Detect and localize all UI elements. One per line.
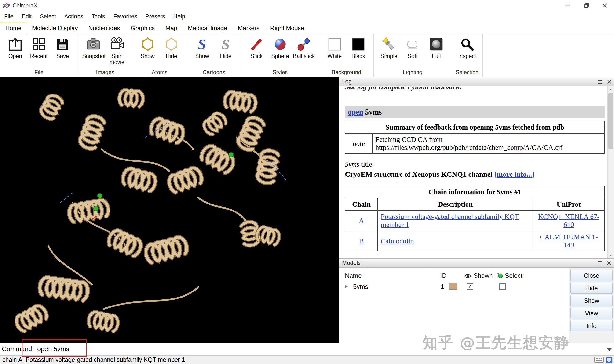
- white-background-button[interactable]: White: [323, 35, 346, 59]
- command-label: Command:: [2, 345, 34, 353]
- menu-edit[interactable]: Edit: [18, 13, 36, 20]
- tab-right-mouse[interactable]: Right Mouse: [265, 22, 309, 34]
- shown-checkbox[interactable]: [467, 283, 473, 289]
- chain-a-description-link[interactable]: Potassium voltage-gated channel subfamil…: [381, 213, 519, 228]
- show-model-button[interactable]: Show: [571, 295, 613, 306]
- command-history-chevron-icon[interactable]: [607, 348, 612, 351]
- menu-tools[interactable]: Tools: [88, 13, 109, 20]
- select-column-header: Select: [505, 272, 523, 279]
- description-column-header: Description: [378, 198, 533, 210]
- float-panel-icon[interactable]: [597, 79, 603, 85]
- atoms-show-label: Show: [141, 53, 155, 59]
- menu-help[interactable]: Help: [169, 13, 189, 20]
- chain-a-uniprot-link[interactable]: KCNQ1_XENLA 67-610: [538, 213, 600, 228]
- cartoons-show-button[interactable]: S Show: [191, 35, 213, 59]
- stick-label: Stick: [250, 53, 262, 59]
- scroll-down-arrow[interactable]: ▼: [608, 252, 614, 258]
- full-lighting-button[interactable]: Full: [425, 35, 448, 59]
- close-model-button[interactable]: Close: [571, 270, 613, 281]
- snapshot-label: Snapshot: [82, 53, 105, 59]
- chain-b-description-link[interactable]: Calmodulin: [381, 237, 414, 245]
- ball-stick-style-button[interactable]: Ball stick: [292, 35, 315, 59]
- model-color-swatch[interactable]: [449, 283, 457, 289]
- log-panel-header: Log: [339, 77, 614, 86]
- save-button[interactable]: Save: [51, 35, 74, 59]
- inspect-button[interactable]: Inspect: [456, 35, 478, 59]
- menu-select[interactable]: Select: [36, 13, 60, 20]
- model-id: 1: [441, 283, 444, 290]
- tab-medical-image[interactable]: Medical Image: [183, 22, 233, 34]
- snapshot-button[interactable]: Snapshot: [82, 35, 105, 59]
- models-panel: Models Name ID Shown Select 5vms 1: [339, 258, 614, 343]
- spin-movie-button[interactable]: Spin movie: [106, 35, 128, 65]
- hide-model-button[interactable]: Hide: [571, 283, 613, 294]
- graphics-status-icon[interactable]: [606, 356, 613, 363]
- open-button[interactable]: Open: [4, 35, 26, 59]
- chain-a-link[interactable]: A: [359, 217, 364, 224]
- simple-lighting-button[interactable]: Simple: [378, 35, 400, 59]
- log-scrollbar[interactable]: ▲ ▼: [607, 86, 614, 258]
- command-bar: Command:: [0, 343, 614, 355]
- black-background-icon: [349, 35, 367, 53]
- id-column-header: ID: [440, 272, 446, 279]
- ribbon-group-atoms: Show Hide Atoms: [132, 34, 187, 77]
- chain-b-uniprot-link[interactable]: CALM_HUMAN 1-149: [540, 233, 598, 249]
- graphics-viewport[interactable]: [0, 77, 339, 343]
- tab-graphics[interactable]: Graphics: [125, 22, 160, 34]
- keyboard-icon[interactable]: [594, 356, 604, 363]
- expand-chevron-icon[interactable]: [345, 285, 348, 288]
- black-background-button[interactable]: Black: [347, 35, 370, 59]
- tab-markers[interactable]: Markers: [233, 22, 265, 34]
- minimize-button[interactable]: [559, 0, 577, 11]
- float-panel-icon[interactable]: [597, 260, 603, 266]
- tab-nucleotides[interactable]: Nucleotides: [83, 22, 125, 34]
- sphere-style-button[interactable]: Sphere: [269, 35, 291, 59]
- scroll-up-arrow[interactable]: ▲: [608, 86, 614, 92]
- recent-button[interactable]: Recent: [27, 35, 50, 59]
- command-echo-args: 5vms: [365, 108, 382, 116]
- tab-molecule-display[interactable]: Molecule Display: [27, 22, 83, 34]
- title-bar: ChimeraX: [0, 0, 614, 11]
- ribbon-group-lighting: Simple Soft Full Lighting: [374, 34, 452, 77]
- open-command-link[interactable]: open: [348, 108, 363, 116]
- menu-bar: File Edit Select Actions Tools Favorites…: [0, 11, 614, 22]
- feedback-table-header: Summary of feedback from opening 5vms fe…: [345, 121, 605, 133]
- cartoons-hide-button[interactable]: S Hide: [214, 35, 237, 59]
- menu-actions[interactable]: Actions: [60, 13, 88, 20]
- menu-presets[interactable]: Presets: [141, 13, 169, 20]
- status-bar: chain A: Potassium voltage-gated channel…: [0, 355, 614, 364]
- tab-home[interactable]: Home: [0, 22, 27, 34]
- window-title: ChimeraX: [13, 2, 37, 9]
- scrollbar-thumb[interactable]: [608, 93, 613, 149]
- stick-style-button[interactable]: Stick: [245, 35, 268, 59]
- atoms-show-button[interactable]: Show: [136, 35, 159, 59]
- simple-label: Simple: [380, 53, 397, 59]
- menu-file[interactable]: File: [0, 13, 18, 20]
- group-label-cartoons: Cartoons: [203, 68, 225, 76]
- save-floppy-icon: [54, 35, 72, 53]
- restore-button[interactable]: [577, 0, 596, 11]
- model-row-5vms[interactable]: 5vms 1: [339, 281, 569, 292]
- more-info-link[interactable]: [more info...]: [494, 170, 535, 178]
- info-model-button[interactable]: Info: [571, 320, 613, 331]
- close-window-button[interactable]: [596, 0, 614, 11]
- command-input[interactable]: [37, 345, 603, 353]
- models-panel-title: Models: [342, 260, 361, 266]
- eye-icon: [464, 273, 472, 279]
- view-model-button[interactable]: View: [571, 308, 613, 319]
- soft-lighting-button[interactable]: Soft: [401, 35, 424, 59]
- uniprot-column-header: UniProt: [533, 198, 605, 210]
- close-panel-icon[interactable]: [606, 260, 612, 266]
- white-label: White: [327, 53, 342, 59]
- cartoons-hide-label: Hide: [220, 53, 231, 59]
- chain-row-a: A Potassium voltage-gated channel subfam…: [345, 210, 605, 231]
- chain-b-link[interactable]: B: [359, 237, 364, 245]
- menu-favorites[interactable]: Favorites: [109, 13, 141, 20]
- models-button-column: Close Hide Show View Info: [569, 268, 614, 343]
- close-panel-icon[interactable]: [606, 79, 612, 85]
- group-label-atoms: Atoms: [152, 68, 167, 76]
- atoms-hide-button[interactable]: Hide: [160, 35, 183, 59]
- white-background-icon: [326, 35, 343, 53]
- tab-map[interactable]: Map: [160, 22, 183, 34]
- select-checkbox[interactable]: [499, 283, 506, 289]
